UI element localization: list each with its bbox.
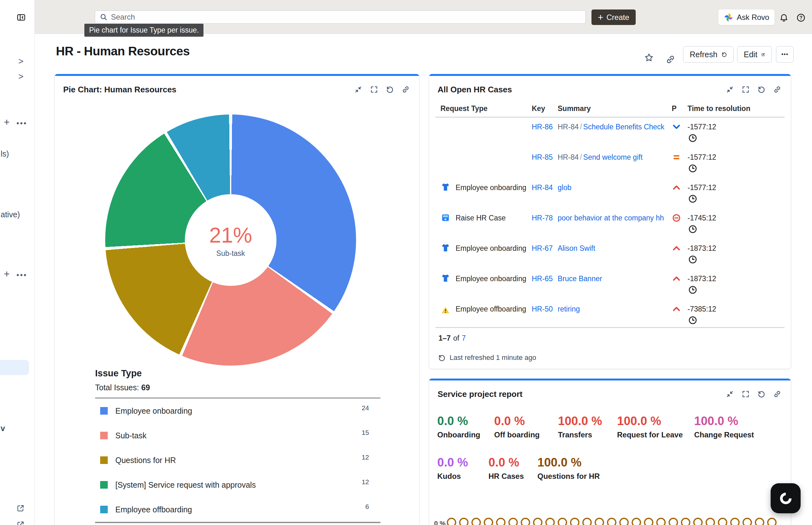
ask-rovo-button[interactable]: Ask Rovo [718,10,775,25]
legend-color-chip [100,481,108,489]
edit-pencil-icon [761,50,765,59]
metric: 100.0 % Transfers [558,414,602,439]
page-title: HR - Human Resources [56,44,190,58]
employee-onboarding-tshirt-icon [440,242,451,254]
external-link-icon[interactable] [16,521,25,525]
legend-item: Sub-task 15 [95,423,380,448]
issue-key-link[interactable]: HR-65 [532,274,552,283]
issue-summary-link[interactable]: poor behavior at the company hh [558,214,664,222]
copy-link-icon[interactable] [666,55,675,64]
request-type: Employee onboarding [456,274,526,283]
refresh-icon[interactable] [758,85,766,94]
clock-icon [688,225,697,234]
table-row: Employee onboarding HR-67 Alison Swift -… [429,240,791,270]
legend-color-chip [100,432,108,439]
issue-key-link[interactable]: HR-84 [532,183,552,192]
priority-medium-icon [672,152,681,162]
issue-summary-link[interactable]: retiring [558,305,580,313]
collapse-icon[interactable] [726,85,734,94]
issue-summary-link[interactable]: Alison Swift [558,244,595,252]
help-icon[interactable]: ? [796,13,806,22]
metric: 0.0 % HR Cases [488,456,524,481]
expand-icon[interactable] [370,85,378,94]
global-search[interactable] [95,11,586,24]
donut-center: 21% Sub-task [185,194,277,286]
pie-legend: Issue Type Total Issues: 69 Employee onb… [95,368,380,523]
more-actions-button[interactable]: ••• [776,46,794,63]
issue-key-link[interactable]: HR-86 [532,123,552,131]
table-row: Employee offboarding HR-50 retiring -738… [429,300,791,331]
clock-icon [688,316,697,325]
issue-key-link[interactable]: HR-67 [532,244,552,253]
assist-logo-icon [779,491,793,506]
priority-lowest-icon [672,122,681,132]
assist-chat-button[interactable] [770,483,801,513]
pie-chart-gadget: Pie Chart: Human Resources 21% Sub-task … [54,74,420,525]
refresh-button[interactable]: Refresh [683,46,734,63]
metric: 0.0 % Off boarding [494,414,540,439]
trend-axis-fragment: 0 % [434,520,446,525]
issue-summary-link[interactable]: Schedule Benefits Check [583,123,665,131]
column-header: P [672,104,676,113]
request-type: Employee offboarding [456,305,526,313]
rovo-logo-icon [723,12,734,22]
center-slice-label: Sub-task [216,249,245,258]
employee-offboarding-warning-icon [440,304,451,316]
legend-item: Questions for HR 12 [95,448,380,472]
sidebar-more-icon[interactable]: ••• [16,271,27,280]
employee-onboarding-tshirt-icon [440,182,451,193]
pagination: 1–7of7 [439,334,466,343]
expand-icon[interactable] [741,85,750,94]
legend-title: Issue Type [95,368,380,378]
link-icon[interactable] [773,85,781,94]
star-favorite-icon[interactable] [644,52,654,63]
edit-button[interactable]: Edit [737,46,772,63]
sidebar-expand-chevron[interactable]: > [18,72,24,81]
issue-key-link[interactable]: HR-78 [532,214,552,222]
time-to-resolution: -1577:12 [688,123,716,131]
table-row: Employee onboarding HR-84 glob -1577:12 [429,179,791,209]
sidebar-selected-item[interactable] [0,360,29,375]
create-button[interactable]: + Create [592,10,636,25]
request-type: Raise HR Case [456,214,506,222]
clock-icon [688,164,697,173]
collapse-icon[interactable] [354,85,362,94]
time-to-resolution: -1873:12 [688,274,716,283]
sidebar-item-truncated[interactable]: v [1,424,5,433]
search-input[interactable] [111,13,581,21]
link-icon[interactable] [773,390,781,398]
sidebar-expand-chevron[interactable]: > [18,56,24,66]
metric: 100.0 % Change Request [694,414,754,439]
legend-color-chip [100,456,108,464]
issue-summary-link[interactable]: Bruce Banner [558,274,602,283]
collapse-icon[interactable] [726,390,734,398]
time-to-resolution: -1577:12 [688,183,716,192]
metric: 100.0 % Request for Leave [617,414,683,439]
sidebar-add-button[interactable]: + [4,116,10,128]
issue-summary-link[interactable]: glob [558,183,571,192]
external-link-icon[interactable] [16,504,25,512]
sidebar-item-truncated[interactable]: ls) [1,149,9,159]
legend-item: Employee offboarding 6 [95,497,380,522]
issue-key-link[interactable]: HR-50 [532,305,552,313]
svg-text:?: ? [799,15,802,20]
time-to-resolution: -1873:12 [688,244,716,253]
refresh-icon[interactable] [758,390,766,398]
sidebar-add-button[interactable]: + [4,268,10,280]
plus-icon: + [598,13,604,22]
metric: 100.0 % Questions for HR [537,456,600,481]
time-to-resolution: -7385:12 [688,305,716,313]
refresh-icon[interactable] [386,85,394,94]
sidebar-collapse-icon[interactable] [16,13,26,22]
pie-chart-donut[interactable]: 21% Sub-task [105,115,356,365]
table-row: HR-85 HR-84/Send welcome gift -1577:12 [429,149,791,179]
clock-icon [688,255,697,264]
expand-icon[interactable] [741,390,750,398]
issue-summary-link[interactable]: Send welcome gift [583,153,643,161]
issue-key-link[interactable]: HR-85 [532,153,552,162]
sidebar-more-icon[interactable]: ••• [16,119,27,128]
notifications-bell-icon[interactable] [779,13,788,22]
link-icon[interactable] [402,85,410,94]
pagination-total-link[interactable]: 7 [462,334,466,342]
sidebar-item-truncated[interactable]: ative) [1,210,20,219]
